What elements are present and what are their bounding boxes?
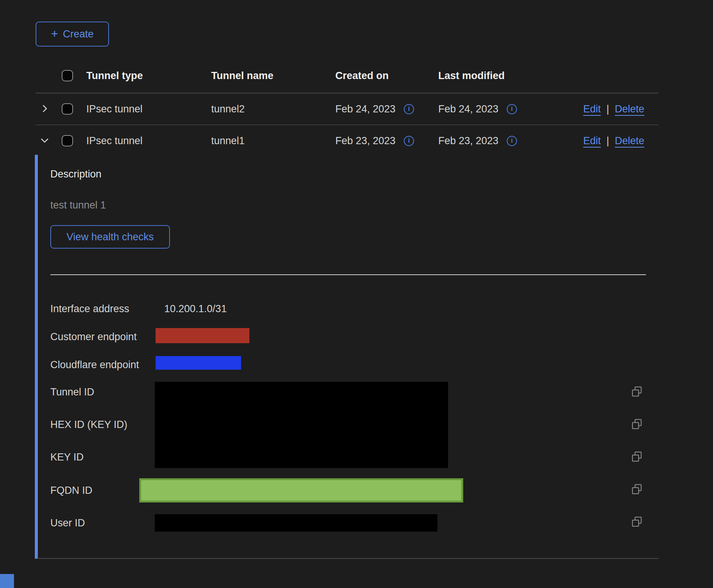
user-id-redacted-value bbox=[155, 514, 437, 532]
tunnel-details-panel: Description test tunnel 1 View health ch… bbox=[35, 155, 659, 559]
view-health-checks-button[interactable]: View health checks bbox=[50, 225, 170, 249]
last-modified-value: Feb 23, 2023 bbox=[438, 135, 498, 147]
bottom-left-accent bbox=[0, 574, 14, 588]
tunnel-id-label: Tunnel ID bbox=[50, 386, 94, 398]
tunnels-page: + Create Tunnel type Tunnel name Created… bbox=[0, 0, 713, 588]
copy-icon bbox=[631, 484, 643, 496]
panel-divider bbox=[50, 274, 646, 275]
cloudflare-endpoint-redacted-value bbox=[156, 356, 241, 370]
info-icon[interactable]: i bbox=[507, 136, 517, 146]
table-row-tunnel1: IPsec tunnel tunnel1 Feb 23, 2023 i Feb … bbox=[36, 125, 659, 156]
table-header-row: Tunnel type Tunnel name Created on Last … bbox=[36, 59, 659, 93]
copy-key-id-button[interactable] bbox=[630, 451, 643, 464]
actions-separator: | bbox=[607, 103, 609, 115]
customer-endpoint-label: Customer endpoint bbox=[50, 331, 137, 343]
select-all-checkbox[interactable] bbox=[62, 70, 73, 81]
table-row-tunnel2: IPsec tunnel tunnel2 Feb 24, 2023 i Feb … bbox=[36, 93, 659, 125]
key-id-label: KEY ID bbox=[50, 451, 84, 463]
header-created-on: Created on bbox=[335, 70, 438, 82]
description-label: Description bbox=[50, 168, 101, 180]
fqdn-id-redacted-value bbox=[139, 478, 463, 502]
chevron-right-icon bbox=[39, 103, 50, 115]
header-last-modified: Last modified bbox=[438, 70, 583, 82]
copy-icon bbox=[631, 418, 643, 431]
user-id-label: User ID bbox=[50, 517, 85, 529]
interface-address-value: 10.200.1.0/31 bbox=[164, 303, 227, 315]
description-value: test tunnel 1 bbox=[50, 199, 106, 211]
copy-tunnel-id-button[interactable] bbox=[630, 386, 643, 398]
create-button-label: Create bbox=[63, 28, 93, 40]
cloudflare-endpoint-label: Cloudflare endpoint bbox=[50, 359, 139, 371]
tunnel-name-value: tunnel1 bbox=[211, 135, 335, 147]
info-icon[interactable]: i bbox=[404, 136, 414, 146]
interface-address-label: Interface address bbox=[50, 303, 129, 315]
header-tunnel-type: Tunnel type bbox=[86, 70, 211, 82]
delete-link[interactable]: Delete bbox=[615, 103, 645, 115]
row-checkbox[interactable] bbox=[62, 135, 73, 146]
copy-icon bbox=[631, 451, 643, 464]
created-on-value: Feb 24, 2023 bbox=[335, 103, 395, 115]
copy-icon bbox=[631, 516, 643, 529]
tunnels-table: Tunnel type Tunnel name Created on Last … bbox=[36, 59, 659, 156]
tunnel-type-value: IPsec tunnel bbox=[86, 135, 211, 147]
actions-separator: | bbox=[607, 135, 609, 147]
delete-link[interactable]: Delete bbox=[615, 135, 645, 147]
expand-row-button[interactable] bbox=[39, 103, 50, 115]
info-icon[interactable]: i bbox=[404, 104, 414, 114]
created-on-value: Feb 23, 2023 bbox=[335, 135, 395, 147]
collapse-row-button[interactable] bbox=[39, 135, 50, 147]
chevron-down-icon bbox=[39, 135, 50, 147]
tunnel-type-value: IPsec tunnel bbox=[86, 103, 211, 115]
copy-hex-id-button[interactable] bbox=[630, 418, 643, 431]
create-button[interactable]: + Create bbox=[36, 22, 109, 47]
customer-endpoint-redacted-value bbox=[156, 328, 249, 343]
tunnel-name-value: tunnel2 bbox=[211, 103, 335, 115]
copy-icon bbox=[631, 386, 643, 398]
copy-user-id-button[interactable] bbox=[630, 516, 643, 529]
header-tunnel-name: Tunnel name bbox=[211, 70, 335, 82]
hex-id-label: HEX ID (KEY ID) bbox=[50, 419, 128, 431]
edit-link[interactable]: Edit bbox=[583, 103, 601, 115]
fqdn-id-label: FQDN ID bbox=[50, 485, 92, 496]
ids-redacted-values bbox=[155, 382, 448, 468]
info-icon[interactable]: i bbox=[507, 104, 517, 114]
edit-link[interactable]: Edit bbox=[583, 135, 601, 147]
row-checkbox[interactable] bbox=[62, 103, 73, 115]
last-modified-value: Feb 24, 2023 bbox=[438, 103, 498, 115]
copy-fqdn-id-button[interactable] bbox=[630, 483, 643, 496]
plus-icon: + bbox=[51, 28, 58, 40]
